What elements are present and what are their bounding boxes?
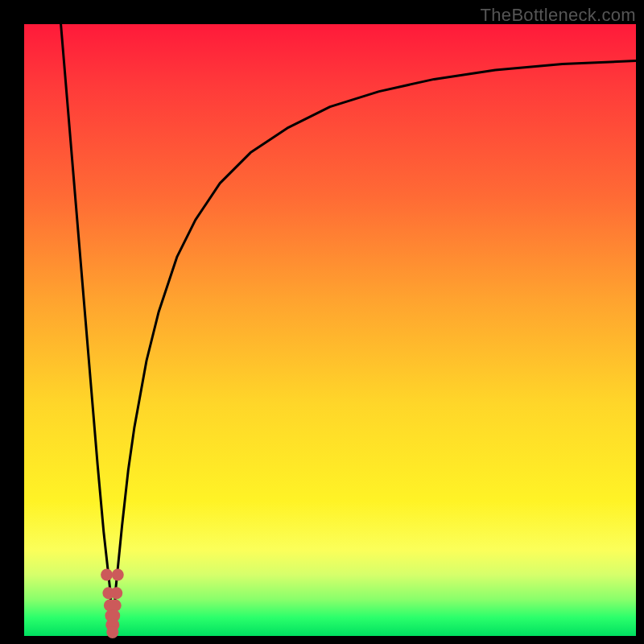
plot-area — [24, 24, 636, 636]
chart-frame: TheBottleneck.com — [0, 0, 644, 644]
marker-dot — [110, 587, 122, 599]
marker-dot — [106, 626, 118, 638]
series-left-branch — [61, 24, 114, 636]
curve-lines — [61, 24, 636, 636]
dip-markers — [101, 569, 124, 638]
series-right-branch — [113, 61, 636, 636]
chart-svg — [24, 24, 636, 636]
marker-dot — [109, 600, 122, 612]
marker-dot — [101, 569, 113, 581]
watermark-text: TheBottleneck.com — [481, 5, 636, 26]
marker-dot — [112, 569, 124, 581]
